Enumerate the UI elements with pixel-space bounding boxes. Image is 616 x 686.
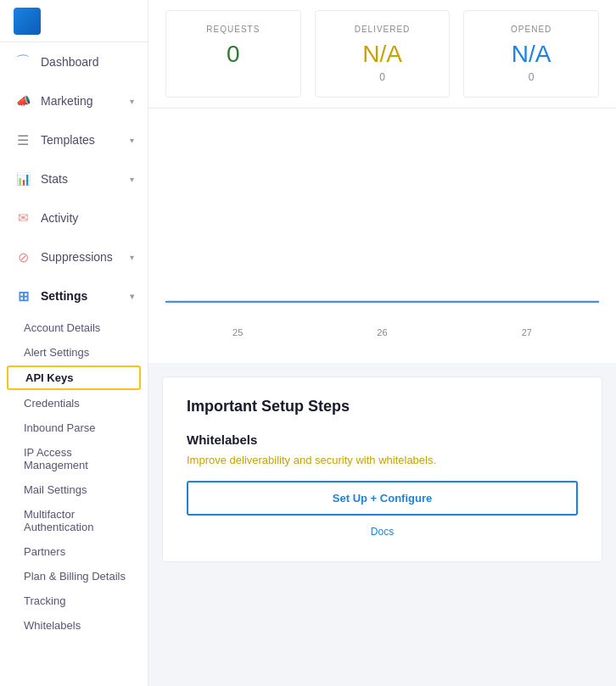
stat-value-opened: N/A [481,41,581,68]
stats-icon [14,170,32,188]
sidebar-item-label: Settings [41,289,87,303]
sidebar-item-alert-settings[interactable]: Alert Settings [0,340,148,365]
sidebar-item-dashboard[interactable]: Dashboard [0,42,148,81]
chevron-down-icon: ▾ [130,97,134,106]
sidebar-item-label: Suppressions [41,250,113,264]
sidebar-item-stats[interactable]: Stats ▾ [0,159,148,198]
chart-area: 25 26 27 [148,109,616,363]
stat-value-requests: 0 [183,41,283,68]
configure-button[interactable]: Set Up + Configure [187,481,578,516]
chart-svg [165,151,599,321]
suppressions-icon [14,248,32,266]
sidebar-item-settings[interactable]: Settings ▾ [0,276,148,315]
sidebar-item-suppressions[interactable]: Suppressions ▾ [0,237,148,276]
stat-card-requests: REQUESTS 0 [165,10,301,98]
stat-card-delivered: DELIVERED N/A 0 [315,10,451,98]
stat-sub-delivered: 0 [333,71,433,83]
chevron-down-icon: ▾ [130,253,134,262]
sidebar-item-marketing[interactable]: Marketing ▾ [0,81,148,120]
sidebar-item-api-keys[interactable]: API Keys [7,365,141,390]
sidebar-item-label: Templates [41,133,95,147]
docs-link[interactable]: Docs [187,522,578,541]
chart-label-26: 26 [377,327,387,337]
main-content: REQUESTS 0 DELIVERED N/A 0 OPENED N/A 0 … [148,0,616,686]
sidebar-item-label: Dashboard [41,55,99,69]
sidebar-item-mail-settings[interactable]: Mail Settings [0,477,148,502]
sidebar-item-inbound-parse[interactable]: Inbound Parse [0,416,148,440]
sidebar-item-label: Marketing [41,94,92,108]
sidebar-item-templates[interactable]: Templates ▾ [0,120,148,159]
sidebar-item-plan-billing[interactable]: Plan & Billing Details [0,564,148,588]
sidebar-item-ip-access-management[interactable]: IP Access Management [0,440,148,477]
chart-labels: 25 26 27 [165,321,599,337]
sidebar-item-label: Stats [41,172,68,186]
setup-title: Important Setup Steps [187,398,578,416]
sidebar-item-activity[interactable]: Activity [0,198,148,237]
stat-label-requests: REQUESTS [183,25,283,34]
sidebar: Dashboard Marketing ▾ Templates ▾ Stats … [0,0,148,686]
chart-label-25: 25 [232,327,243,337]
chart-container [165,151,599,321]
logo-mark [14,8,41,35]
stat-card-opened: OPENED N/A 0 [463,10,599,98]
sidebar-item-partners[interactable]: Partners [0,539,148,564]
chevron-down-icon: ▾ [130,292,134,301]
chart-label-27: 27 [522,327,532,337]
setup-item-title: Whitelabels [187,432,578,447]
templates-icon [14,131,32,149]
chevron-down-icon: ▾ [130,175,134,184]
setup-section: Important Setup Steps Whitelabels Improv… [162,376,602,562]
sidebar-item-label: Activity [41,211,78,225]
sidebar-item-account-details[interactable]: Account Details [0,315,148,340]
stat-label-opened: OPENED [481,25,581,34]
sidebar-logo [0,0,148,42]
sidebar-item-credentials[interactable]: Credentials [0,391,148,416]
chevron-down-icon: ▾ [130,136,134,145]
setup-item-desc: Improve deliverability and security with… [187,452,578,469]
stat-value-delivered: N/A [333,41,433,68]
marketing-icon [14,92,32,110]
activity-icon [14,209,32,227]
stat-sub-opened: 0 [481,71,581,83]
dashboard-icon [14,53,32,71]
settings-icon [14,287,32,305]
stats-row: REQUESTS 0 DELIVERED N/A 0 OPENED N/A 0 [148,0,616,109]
sidebar-item-whitelabels[interactable]: Whitelabels [0,613,148,638]
sidebar-item-tracking[interactable]: Tracking [0,588,148,613]
sidebar-item-multifactor-auth[interactable]: Multifactor Authentication [0,502,148,539]
stat-label-delivered: DELIVERED [333,25,433,34]
